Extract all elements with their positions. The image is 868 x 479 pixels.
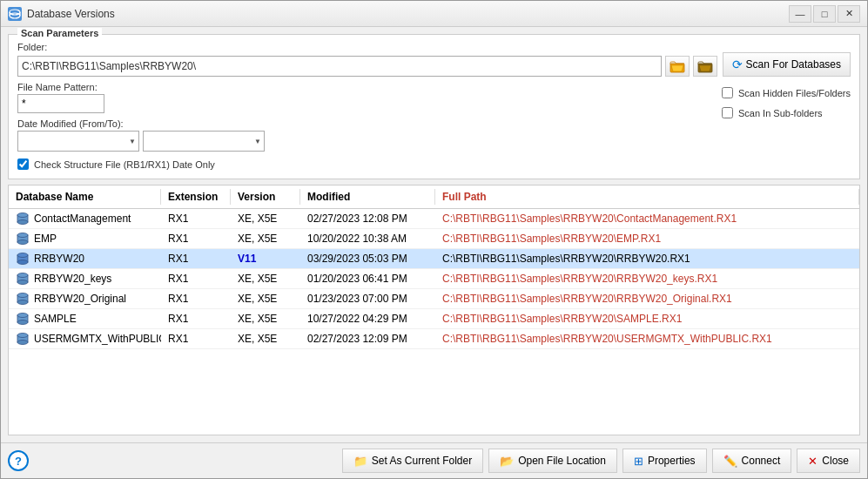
table-row[interactable]: RRBYW20_keysRX1XE, X5E01/20/2023 06:41 P… (9, 269, 859, 289)
cell-ext: RX1 (161, 250, 231, 267)
cell-dbname-text: EMP (34, 233, 57, 245)
maximize-button[interactable]: □ (813, 5, 836, 23)
cell-fullpath: C:\RBTI\RBG11\Samples\RRBYW20\ContactMan… (435, 210, 859, 227)
cell-fullpath: C:\RBTI\RBG11\Samples\RRBYW20\SAMPLE.RX1 (435, 310, 859, 327)
cell-mod: 02/27/2023 12:08 PM (300, 210, 435, 227)
cell-ext: RX1 (161, 210, 231, 227)
cell-ver: XE, X5E (231, 330, 300, 347)
database-icon (16, 332, 30, 346)
check-structure-checkbox[interactable] (17, 159, 29, 170)
minimize-button[interactable]: — (789, 5, 811, 23)
scan-hidden-label[interactable]: Scan Hidden Files/Folders (738, 88, 851, 98)
date-from-wrapper (17, 131, 139, 152)
scan-subfolders-row: Scan In Sub-folders (722, 107, 851, 118)
database-icon (16, 312, 30, 326)
database-icon (16, 272, 30, 286)
refresh-icon: ⟳ (732, 57, 743, 71)
folder-icon: 📁 (353, 455, 367, 468)
folder-label: Folder: (17, 42, 717, 52)
svg-point-8 (17, 220, 28, 225)
close-icon: ✕ (808, 455, 818, 468)
svg-point-19 (17, 293, 28, 298)
cell-mod: 03/29/2023 05:03 PM (300, 250, 435, 267)
connect-button[interactable]: ✏️ Connect (712, 449, 792, 473)
browse-folder-button[interactable] (693, 56, 717, 77)
svg-point-20 (17, 300, 28, 305)
svg-point-16 (17, 273, 28, 278)
cell-mod: 01/23/2023 07:00 PM (300, 290, 435, 307)
cell-dbname-text: RRBYW20_keys (34, 273, 111, 285)
cell-fullpath: C:\RBTI\RBG11\Samples\RRBYW20\RRBYW20.RX… (435, 250, 859, 267)
scan-hidden-row: Scan Hidden Files/Folders (722, 87, 851, 98)
scan-subfolders-label[interactable]: Scan In Sub-folders (738, 108, 823, 118)
date-to-wrapper (143, 131, 265, 152)
scan-params-label: Scan Parameters (17, 28, 102, 38)
date-from-select[interactable] (17, 131, 139, 152)
cell-ext: RX1 (161, 230, 231, 247)
table-row[interactable]: ContactManagementRX1XE, X5E02/27/2023 12… (9, 209, 859, 229)
cell-ver: XE, X5E (231, 230, 300, 247)
cell-fullpath: C:\RBTI\RBG11\Samples\RRBYW20\RRBYW20_Or… (435, 290, 859, 307)
svg-point-13 (17, 253, 28, 258)
scan-params-group: Scan Parameters Folder: (8, 34, 860, 179)
svg-point-22 (17, 314, 28, 318)
window-controls: — □ ✕ (789, 5, 860, 23)
cell-fullpath: C:\RBTI\RBG11\Samples\RRBYW20\USERMGMTX_… (435, 330, 859, 347)
table-row[interactable]: SAMPLERX1XE, X5E10/27/2022 04:29 PMC:\RB… (9, 309, 859, 329)
cell-dbname: EMP (9, 229, 161, 248)
bottom-bar: ? 📁 Set As Current Folder 📂 Open File Lo… (1, 442, 867, 478)
col-header-ext: Extension (161, 189, 231, 205)
connect-icon: ✏️ (723, 455, 737, 468)
cell-dbname-text: RRBYW20 (34, 253, 84, 265)
scan-subfolders-checkbox[interactable] (722, 107, 733, 118)
cell-mod: 10/20/2022 10:38 AM (300, 230, 435, 247)
close-button[interactable]: ✕ Close (797, 449, 860, 473)
date-modified-label: Date Modified (From/To): (17, 118, 265, 129)
cell-ext: RX1 (161, 270, 231, 287)
folder-input[interactable] (17, 56, 662, 77)
svg-point-17 (17, 280, 28, 285)
title-bar: Database Versions — □ ✕ (1, 1, 867, 27)
svg-point-26 (17, 341, 28, 345)
table-row[interactable]: RRBYW20_OriginalRX1XE, X5E01/23/2023 07:… (9, 289, 859, 309)
cell-dbname: SAMPLE (9, 309, 161, 328)
set-as-current-folder-button[interactable]: 📁 Set As Current Folder (342, 449, 483, 473)
table-row[interactable]: EMPRX1XE, X5E10/20/2022 10:38 AMC:\RBTI\… (9, 229, 859, 249)
cell-ext: RX1 (161, 310, 231, 327)
scan-for-databases-button[interactable]: ⟳ Scan For Databases (723, 52, 851, 77)
scan-hidden-checkbox[interactable] (722, 87, 733, 98)
cell-dbname: RRBYW20_Original (9, 289, 161, 308)
database-icon (16, 232, 30, 246)
help-button[interactable]: ? (8, 450, 29, 471)
open-icon: 📂 (500, 455, 514, 468)
cell-ver: XE, X5E (231, 290, 300, 307)
check-structure-row: Check Structure File (RB1/RX1) Date Only (17, 159, 265, 170)
cell-ver: XE, X5E (231, 210, 300, 227)
cell-mod: 02/27/2023 12:09 PM (300, 330, 435, 347)
title-bar-left: Database Versions (8, 7, 115, 21)
col-header-ver: Version (231, 189, 300, 205)
col-header-mod: Modified (300, 189, 435, 205)
properties-icon: ⊞ (634, 455, 643, 468)
table-row[interactable]: USERMGMTX_WithPUBLICRX1XE, X5E02/27/2023… (9, 329, 859, 349)
app-icon (8, 7, 22, 21)
cell-ver: XE, X5E (231, 270, 300, 287)
date-to-select[interactable] (143, 131, 265, 152)
svg-point-25 (17, 334, 28, 338)
open-file-location-button[interactable]: 📂 Open File Location (488, 449, 617, 473)
properties-button[interactable]: ⊞ Properties (622, 449, 707, 473)
close-window-button[interactable]: ✕ (838, 5, 860, 23)
filename-pattern-input[interactable] (17, 94, 104, 113)
table-body: ContactManagementRX1XE, X5E02/27/2023 12… (9, 209, 859, 435)
content-area: Scan Parameters Folder: (1, 27, 867, 442)
check-structure-label[interactable]: Check Structure File (RB1/RX1) Date Only (34, 159, 215, 170)
window-title: Database Versions (27, 8, 115, 20)
cell-fullpath: C:\RBTI\RBG11\Samples\RRBYW20\EMP.RX1 (435, 230, 859, 247)
open-folder-button[interactable] (665, 56, 690, 77)
cell-mod: 10/27/2022 04:29 PM (300, 310, 435, 327)
cell-dbname-text: SAMPLE (34, 313, 77, 325)
cell-dbname: RRBYW20_keys (9, 269, 161, 288)
svg-point-7 (17, 213, 28, 218)
table-row[interactable]: RRBYW20RX1V1103/29/2023 05:03 PMC:\RBTI\… (9, 249, 859, 269)
cell-dbname-text: USERMGMTX_WithPUBLIC (34, 333, 161, 345)
